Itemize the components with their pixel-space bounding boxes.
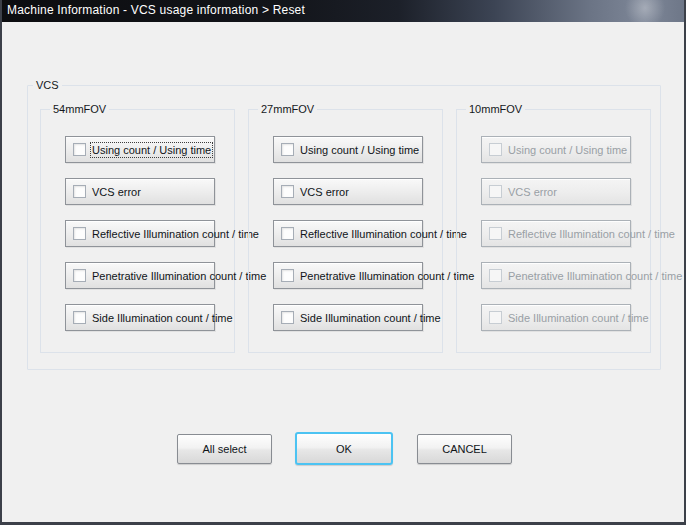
checkbox-button[interactable]: VCS error bbox=[65, 178, 215, 205]
window-title: Machine Information - VCS usage informat… bbox=[7, 3, 305, 17]
checkbox-button-label: Side Illumination count / time bbox=[92, 312, 233, 324]
checkbox-icon bbox=[281, 143, 294, 156]
fov-group-label: 54mmFOV bbox=[50, 103, 109, 115]
checkbox-icon bbox=[489, 227, 502, 240]
fov-group-10mmfov: 10mmFOV Using count / Using time VCS err… bbox=[456, 109, 651, 353]
fov-group-label: 10mmFOV bbox=[466, 103, 525, 115]
checkbox-button[interactable]: Reflective Illumination count / time bbox=[65, 220, 215, 247]
checkbox-button-label: Penetrative Illumination count / time bbox=[300, 270, 474, 282]
dialog-window: Machine Information - VCS usage informat… bbox=[0, 0, 686, 525]
checkbox-button[interactable]: Using count / Using time bbox=[65, 136, 215, 163]
cancel-button[interactable]: CANCEL bbox=[417, 434, 512, 464]
checkbox-button-label: Using count / Using time bbox=[508, 144, 627, 156]
checkbox-button[interactable]: Using count / Using time bbox=[273, 136, 423, 163]
all-select-button-label: All select bbox=[202, 443, 246, 455]
fov-group-54mmfov: 54mmFOV Using count / Using time VCS err… bbox=[40, 109, 235, 353]
checkbox-icon bbox=[281, 269, 294, 282]
checkbox-button[interactable]: Side Illumination count / time bbox=[65, 304, 215, 331]
fov-group-label: 27mmFOV bbox=[258, 103, 317, 115]
checkbox-icon bbox=[73, 227, 86, 240]
checkbox-button-label: VCS error bbox=[92, 186, 141, 198]
checkbox-icon bbox=[73, 185, 86, 198]
checkbox-button-label: Side Illumination count / time bbox=[508, 312, 649, 324]
checkbox-button-label: Using count / Using time bbox=[92, 144, 211, 156]
cancel-button-label: CANCEL bbox=[442, 443, 487, 455]
checkbox-icon bbox=[489, 269, 502, 282]
checkbox-button[interactable]: Penetrative Illumination count / time bbox=[65, 262, 215, 289]
checkbox-icon bbox=[281, 227, 294, 240]
checkbox-button: VCS error bbox=[481, 178, 631, 205]
vcs-groupbox: VCS 54mmFOV Using count / Using time VCS… bbox=[27, 85, 661, 370]
checkbox-button: Penetrative Illumination count / time bbox=[481, 262, 631, 289]
checkbox-icon bbox=[489, 143, 502, 156]
checkbox-button-stack: Using count / Using time VCS error Refle… bbox=[273, 136, 423, 331]
checkbox-button-stack: Using count / Using time VCS error Refle… bbox=[65, 136, 215, 331]
checkbox-button: Reflective Illumination count / time bbox=[481, 220, 631, 247]
checkbox-button-label: Reflective Illumination count / time bbox=[92, 228, 259, 240]
checkbox-button: Side Illumination count / time bbox=[481, 304, 631, 331]
checkbox-button-stack: Using count / Using time VCS error Refle… bbox=[481, 136, 631, 331]
ok-button-label: OK bbox=[336, 443, 352, 455]
checkbox-button-label: VCS error bbox=[508, 186, 557, 198]
ok-button[interactable]: OK bbox=[295, 432, 393, 465]
vcs-groupbox-label: VCS bbox=[33, 79, 62, 91]
title-bar[interactable]: Machine Information - VCS usage informat… bbox=[0, 0, 686, 22]
checkbox-icon bbox=[281, 185, 294, 198]
dialog-content: VCS 54mmFOV Using count / Using time VCS… bbox=[2, 22, 684, 522]
checkbox-icon bbox=[73, 311, 86, 324]
checkbox-button[interactable]: VCS error bbox=[273, 178, 423, 205]
checkbox-button[interactable]: Side Illumination count / time bbox=[273, 304, 423, 331]
checkbox-icon bbox=[489, 311, 502, 324]
checkbox-button: Using count / Using time bbox=[481, 136, 631, 163]
checkbox-button-label: Reflective Illumination count / time bbox=[300, 228, 467, 240]
checkbox-icon bbox=[489, 185, 502, 198]
all-select-button[interactable]: All select bbox=[177, 434, 272, 464]
checkbox-icon bbox=[73, 143, 86, 156]
checkbox-icon bbox=[73, 269, 86, 282]
checkbox-button-label: Side Illumination count / time bbox=[300, 312, 441, 324]
checkbox-button-label: VCS error bbox=[300, 186, 349, 198]
checkbox-button-label: Penetrative Illumination count / time bbox=[92, 270, 266, 282]
fov-group-27mmfov: 27mmFOV Using count / Using time VCS err… bbox=[248, 109, 443, 353]
checkbox-button[interactable]: Penetrative Illumination count / time bbox=[273, 262, 423, 289]
checkbox-icon bbox=[281, 311, 294, 324]
checkbox-button-label: Reflective Illumination count / time bbox=[508, 228, 675, 240]
checkbox-button-label: Using count / Using time bbox=[300, 144, 419, 156]
checkbox-button[interactable]: Reflective Illumination count / time bbox=[273, 220, 423, 247]
checkbox-button-label: Penetrative Illumination count / time bbox=[508, 270, 682, 282]
